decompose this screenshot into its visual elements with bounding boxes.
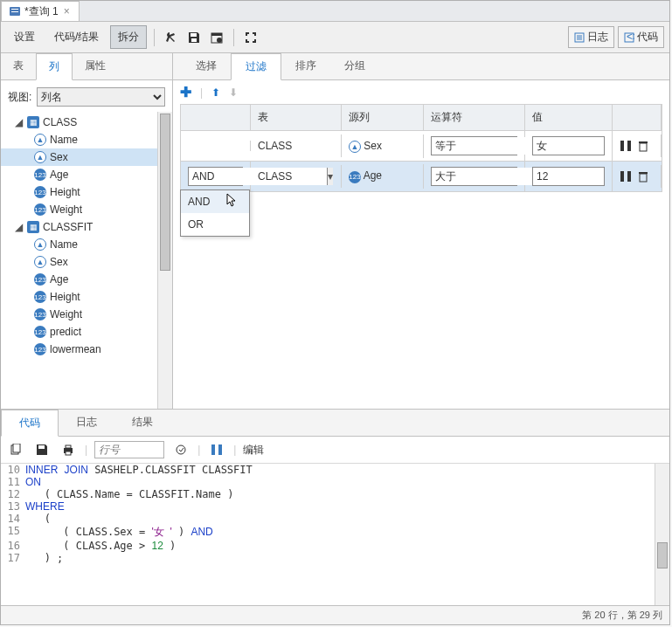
file-tab-bar: *查询 1 × xyxy=(1,1,669,22)
save-icon[interactable] xyxy=(184,28,204,47)
svg-rect-15 xyxy=(627,141,631,151)
tree-col[interactable]: 123Age xyxy=(1,166,172,183)
move-down-icon: ⬇ xyxy=(229,86,238,99)
tab-select[interactable]: 选择 xyxy=(182,53,231,79)
value-input[interactable] xyxy=(532,136,605,155)
svg-rect-19 xyxy=(627,171,631,182)
status-bar: 第 20 行，第 29 列 xyxy=(1,605,669,624)
tab-column[interactable]: 列 xyxy=(36,53,73,80)
print-icon[interactable] xyxy=(59,440,78,459)
operator-combo[interactable]: ▾ xyxy=(431,136,517,155)
num-icon: 123 xyxy=(34,186,46,198)
view-select[interactable]: 列名 xyxy=(37,87,165,107)
split-button[interactable]: 拆分 xyxy=(110,25,147,49)
copy-icon[interactable] xyxy=(6,440,25,459)
num-icon: 123 xyxy=(34,343,46,355)
logic-combo[interactable]: ▾ xyxy=(188,167,243,186)
delete-icon[interactable] xyxy=(637,140,649,152)
logic-dropdown: AND OR xyxy=(180,189,250,237)
settings-button[interactable]: 设置 xyxy=(6,25,43,49)
svg-rect-3 xyxy=(191,33,197,37)
char-icon: ▲ xyxy=(34,134,46,146)
filter-row[interactable]: CLASS ▲ Sex ▾ xyxy=(180,131,662,162)
add-filter-icon[interactable]: ✚ xyxy=(180,84,191,100)
svg-rect-16 xyxy=(640,143,647,151)
file-tab-title: *查询 1 xyxy=(24,4,59,19)
filter-row[interactable]: ▾ CLASS 123 Age ▾ xyxy=(180,162,662,192)
schedule-icon[interactable] xyxy=(207,28,226,47)
tree-col[interactable]: ▲Name xyxy=(1,236,172,253)
toolbar-sep: | xyxy=(200,86,203,99)
find-icon[interactable] xyxy=(207,440,226,459)
left-tabs: 表 列 属性 xyxy=(1,53,172,80)
tab-filter[interactable]: 过滤 xyxy=(231,53,281,80)
tree-col[interactable]: ▲Sex xyxy=(1,253,172,271)
tree-col[interactable]: 123Weight xyxy=(1,201,172,218)
num-icon: 123 xyxy=(34,308,46,320)
bottom-tabs: 代码 日志 结果 xyxy=(1,410,669,437)
tree-col-sex[interactable]: ▲Sex xyxy=(1,148,172,166)
file-tab[interactable]: *查询 1 × xyxy=(1,1,80,21)
num-icon: 123 xyxy=(34,273,46,286)
edit-button[interactable]: 编辑 xyxy=(243,443,264,458)
line-number-input[interactable] xyxy=(94,441,164,458)
tab-code[interactable]: 代码 xyxy=(1,410,59,437)
svg-rect-20 xyxy=(640,174,647,182)
char-icon: ▲ xyxy=(34,256,46,268)
num-icon: 123 xyxy=(34,203,46,216)
lookup-icon[interactable] xyxy=(620,170,632,183)
tab-sort[interactable]: 排序 xyxy=(281,53,330,79)
svg-rect-24 xyxy=(38,445,45,449)
tree-col[interactable]: ▲Name xyxy=(1,131,172,148)
code-button[interactable]: <>代码 xyxy=(618,26,664,48)
column-tree: ◢▦CLASS ▲Name ▲Sex 123Age 123Height 123W… xyxy=(1,112,172,360)
log-button[interactable]: 日志 xyxy=(568,26,614,48)
delete-icon[interactable] xyxy=(637,170,649,183)
code-result-button[interactable]: 代码/结果 xyxy=(46,25,107,49)
fullscreen-icon[interactable] xyxy=(241,28,260,47)
tree-col[interactable]: 123Age xyxy=(1,271,172,288)
code-editor[interactable]: 10INNER JOIN SASHELP.CLASSFIT CLASSFIT11… xyxy=(1,464,669,605)
tab-table[interactable]: 表 xyxy=(1,53,36,79)
char-icon: ▲ xyxy=(349,141,361,153)
close-icon[interactable]: × xyxy=(62,5,72,17)
view-label: 视图: xyxy=(8,90,31,105)
table-icon: ▦ xyxy=(27,116,39,128)
lookup-icon[interactable] xyxy=(620,140,632,152)
tree-col[interactable]: 123Height xyxy=(1,183,172,201)
move-up-icon[interactable]: ⬆ xyxy=(211,86,220,99)
num-icon: 123 xyxy=(34,326,46,338)
tree-scrollbar[interactable] xyxy=(157,112,172,409)
run-icon[interactable] xyxy=(162,28,181,47)
tree-col[interactable]: 123Height xyxy=(1,288,172,306)
table-icon: ▦ xyxy=(27,221,39,233)
svg-rect-27 xyxy=(66,451,71,455)
svg-rect-21 xyxy=(639,172,648,174)
svg-point-7 xyxy=(217,38,222,43)
svg-rect-23 xyxy=(13,444,20,452)
svg-point-28 xyxy=(177,445,185,454)
value-input[interactable] xyxy=(532,167,605,186)
tree-table-class[interactable]: ◢▦CLASS xyxy=(1,114,172,131)
tab-attr[interactable]: 属性 xyxy=(73,53,118,79)
tree-table-classfit[interactable]: ◢▦CLASSFIT xyxy=(1,218,172,236)
save-code-icon[interactable] xyxy=(32,440,52,459)
tab-log[interactable]: 日志 xyxy=(59,410,114,436)
goto-icon[interactable] xyxy=(171,440,191,459)
tree-col[interactable]: 123Weight xyxy=(1,306,172,323)
dropdown-item-or[interactable]: OR xyxy=(181,213,249,236)
svg-rect-29 xyxy=(211,444,215,455)
svg-rect-1 xyxy=(11,9,18,10)
filter-tabs: 选择 过滤 排序 分组 xyxy=(173,53,669,80)
code-scrollbar[interactable] xyxy=(655,464,669,605)
tab-result[interactable]: 结果 xyxy=(114,410,170,436)
tab-group[interactable]: 分组 xyxy=(330,53,379,79)
dropdown-item-and[interactable]: AND xyxy=(181,190,249,213)
char-icon: ▲ xyxy=(34,238,46,251)
tree-col[interactable]: 123predict xyxy=(1,323,172,341)
svg-rect-18 xyxy=(620,171,624,182)
operator-combo[interactable]: ▾ xyxy=(431,167,517,186)
svg-rect-30 xyxy=(218,444,222,455)
tree-col[interactable]: 123lowermean xyxy=(1,341,172,358)
main-toolbar: 设置 代码/结果 拆分 日志 <>代码 xyxy=(1,22,669,53)
